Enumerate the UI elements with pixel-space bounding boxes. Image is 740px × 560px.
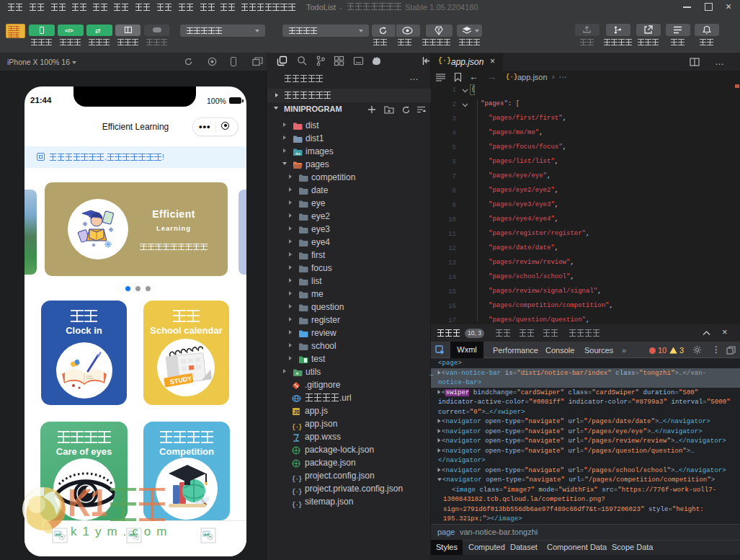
svg-text:JS: JS [293, 409, 300, 414]
